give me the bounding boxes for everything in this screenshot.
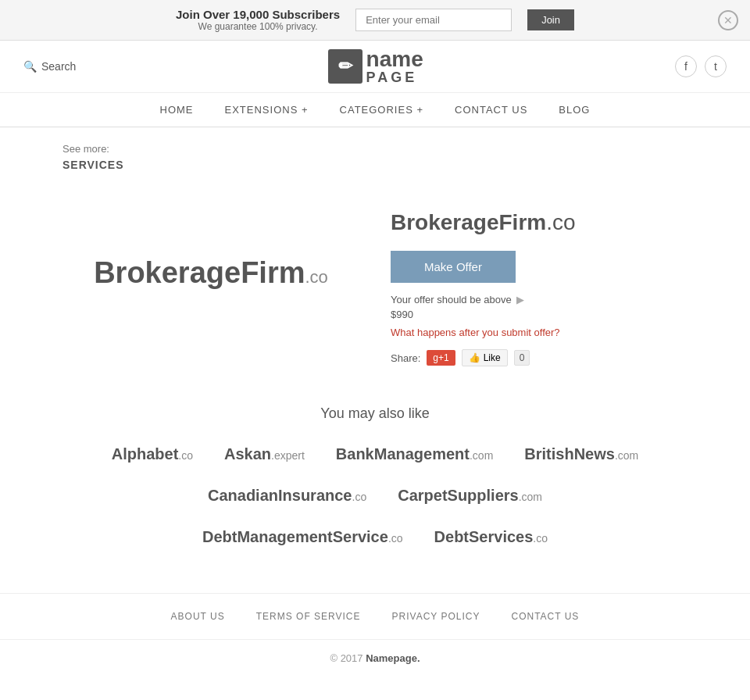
similar-domain-tld: .expert xyxy=(271,449,305,462)
banner-title: Join Over 19,000 Subscribers xyxy=(176,8,340,21)
domain-title-tld: .co xyxy=(546,210,575,234)
similar-domain-item[interactable]: DebtManagementService.co xyxy=(202,528,403,546)
nav-categories[interactable]: CATEGORIES + xyxy=(340,104,423,116)
fb-thumb-icon: 👍 xyxy=(469,352,480,363)
nav-blog[interactable]: BLOG xyxy=(559,104,590,116)
nav-home[interactable]: HOME xyxy=(160,104,194,116)
similar-domain-tld: .co xyxy=(388,532,403,545)
twitter-icon[interactable]: t xyxy=(705,55,727,77)
breadcrumb-category[interactable]: SERVICES xyxy=(0,159,750,187)
logo-icon: ✏ xyxy=(338,56,352,77)
footer-contact-us[interactable]: CONTACT US xyxy=(511,611,579,622)
footer-privacy[interactable]: PRIVACY POLICY xyxy=(392,611,480,622)
fb-like-button[interactable]: 👍 Like xyxy=(462,349,508,366)
similar-section: You may also like Alphabet.coAskan.exper… xyxy=(0,398,750,577)
similar-domain-item[interactable]: Askan.expert xyxy=(224,445,305,463)
similar-grid: Alphabet.coAskan.expertBankManagement.co… xyxy=(0,445,750,554)
similar-domain-bold: DebtManagementService xyxy=(202,528,388,545)
copyright-brand[interactable]: Namepage. xyxy=(366,652,420,664)
offer-info: Your offer should be above ▶ xyxy=(391,294,688,305)
offer-price: $990 xyxy=(391,309,688,320)
offer-arrow-icon: ▶ xyxy=(516,294,524,305)
similar-domain-item[interactable]: BankManagement.com xyxy=(336,445,494,463)
search-trigger[interactable]: 🔍 Search xyxy=(23,60,76,73)
share-row: Share: g+1 👍 Like 0 xyxy=(391,349,688,366)
similar-domain-bold: BankManagement xyxy=(336,445,470,462)
similar-title: You may also like xyxy=(0,405,750,422)
similar-domain-tld: .com xyxy=(615,449,638,462)
nav-extensions[interactable]: EXTENSIONS + xyxy=(225,104,309,116)
banner-subtitle: We guarantee 100% privacy. xyxy=(176,21,340,32)
close-banner-button[interactable]: ✕ xyxy=(718,10,738,30)
nav-contact[interactable]: CONTACT US xyxy=(455,104,527,116)
main-content: BrokerageFirm.co BrokerageFirm.co Make O… xyxy=(0,187,750,398)
domain-logo-display: BrokerageFirm.co xyxy=(94,256,328,290)
join-button[interactable]: Join xyxy=(527,9,574,30)
similar-domain-bold: BritishNews xyxy=(524,445,615,462)
offer-above-text: Your offer should be above xyxy=(391,294,512,305)
header: 🔍 Search ✏ name PAGE f t xyxy=(0,41,750,93)
similar-domain-item[interactable]: CarpetSuppliers.com xyxy=(398,487,542,505)
domain-title-bold: BrokerageFirm xyxy=(391,210,546,234)
search-icon: 🔍 xyxy=(23,60,37,73)
domain-info: BrokerageFirm.co Make Offer Your offer s… xyxy=(391,202,688,366)
similar-domain-item[interactable]: CanadianInsurance.co xyxy=(208,487,366,505)
facebook-icon[interactable]: f xyxy=(675,55,697,77)
similar-domain-tld: .com xyxy=(470,449,493,462)
breadcrumb: See more: xyxy=(0,127,750,159)
similar-domain-tld: .co xyxy=(533,532,548,545)
footer-nav: ABOUT US TERMS OF SERVICE PRIVACY POLICY… xyxy=(0,594,750,640)
similar-domain-tld: .co xyxy=(352,491,367,503)
social-links: f t xyxy=(675,55,727,77)
main-nav: HOME EXTENSIONS + CATEGORIES + CONTACT U… xyxy=(0,93,750,127)
logo-name-part: name xyxy=(366,47,423,71)
similar-domain-bold: DebtServices xyxy=(434,528,534,545)
similar-domain-bold: CanadianInsurance xyxy=(208,487,352,504)
make-offer-button[interactable]: Make Offer xyxy=(391,251,516,283)
see-more-label: See more: xyxy=(62,143,109,155)
similar-domain-tld: .com xyxy=(519,491,542,503)
domain-title: BrokerageFirm.co xyxy=(391,210,688,235)
gplus-button[interactable]: g+1 xyxy=(427,350,455,366)
similar-domain-tld: .co xyxy=(178,449,193,462)
search-label: Search xyxy=(41,60,76,73)
site-logo[interactable]: ✏ name PAGE xyxy=(328,48,423,84)
logo-bold-text: BrokerageFirm xyxy=(94,256,305,289)
logo-icon-box: ✏ xyxy=(328,49,362,84)
similar-domain-bold: Askan xyxy=(224,445,271,462)
similar-domain-item[interactable]: Alphabet.co xyxy=(112,445,193,463)
logo-text-name: name xyxy=(366,48,423,70)
copyright-year: © 2017 xyxy=(330,652,362,664)
email-input[interactable] xyxy=(355,9,512,31)
similar-domain-item[interactable]: BritishNews.com xyxy=(524,445,638,463)
footer-about-us[interactable]: ABOUT US xyxy=(171,611,225,622)
domain-logo-area: BrokerageFirm.co xyxy=(62,202,359,343)
similar-domain-bold: Alphabet xyxy=(112,445,179,462)
banner-text: Join Over 19,000 Subscribers We guarante… xyxy=(176,8,340,32)
footer-copyright: © 2017 Namepage. xyxy=(0,640,750,680)
top-banner: Join Over 19,000 Subscribers We guarante… xyxy=(0,0,750,41)
share-label: Share: xyxy=(391,352,420,364)
similar-domain-bold: CarpetSuppliers xyxy=(398,487,518,504)
logo-page-part: PAGE xyxy=(366,70,423,84)
logo-tld-text: .co xyxy=(305,267,327,287)
footer-terms[interactable]: TERMS OF SERVICE xyxy=(256,611,361,622)
fb-like-label: Like xyxy=(484,352,501,363)
offer-link[interactable]: What happens after you submit offer? xyxy=(391,327,688,338)
similar-domain-item[interactable]: DebtServices.co xyxy=(434,528,548,546)
fb-count: 0 xyxy=(514,350,530,366)
